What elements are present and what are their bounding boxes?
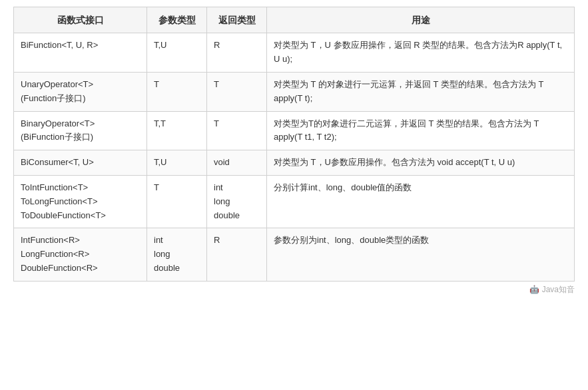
cell-param: T bbox=[147, 72, 207, 111]
table-container: 函数式接口 参数类型 返回类型 用途 BiFunction<T, U, R>T,… bbox=[0, 0, 588, 390]
header-return: 返回类型 bbox=[207, 7, 267, 33]
header-usage: 用途 bbox=[267, 7, 575, 33]
cell-param: T,T bbox=[147, 111, 207, 150]
cell-return: T bbox=[207, 72, 267, 111]
cell-interface: UnaryOperator<T>(Function子接口) bbox=[14, 72, 147, 111]
table-row: UnaryOperator<T>(Function子接口)TT对类型为 T 的对… bbox=[14, 72, 575, 111]
cell-return: R bbox=[207, 228, 267, 281]
cell-interface: BinaryOperator<T>(BiFunction子接口) bbox=[14, 111, 147, 150]
cell-usage: 对类型为 T，U参数应用操作。包含方法为 void accept(T t, U … bbox=[267, 150, 575, 176]
cell-interface: IntFunction<R>LongFunction<R>DoubleFunct… bbox=[14, 228, 147, 281]
table-row: IntFunction<R>LongFunction<R>DoubleFunct… bbox=[14, 228, 575, 281]
cell-param: T,U bbox=[147, 33, 207, 73]
watermark: 🤖 Java知音 bbox=[13, 284, 575, 295]
cell-return: T bbox=[207, 111, 267, 150]
cell-return: void bbox=[207, 150, 267, 176]
table-row: ToIntFunction<T>ToLongFunction<T>ToDoubl… bbox=[14, 175, 575, 228]
table-row: BinaryOperator<T>(BiFunction子接口)T,TT对类型为… bbox=[14, 111, 575, 150]
cell-usage: 参数分别为int、long、double类型的函数 bbox=[267, 228, 575, 281]
table-header-row: 函数式接口 参数类型 返回类型 用途 bbox=[14, 7, 575, 33]
cell-return: intlongdouble bbox=[207, 175, 267, 228]
cell-usage: 对类型为 T，U 参数应用操作，返回 R 类型的结果。包含方法为R apply(… bbox=[267, 33, 575, 73]
cell-param: T bbox=[147, 175, 207, 228]
header-param: 参数类型 bbox=[147, 7, 207, 33]
cell-interface: ToIntFunction<T>ToLongFunction<T>ToDoubl… bbox=[14, 175, 147, 228]
cell-usage: 对类型为 T 的对象进行一元运算，并返回 T 类型的结果。包含方法为 T app… bbox=[267, 72, 575, 111]
cell-interface: BiConsumer<T, U> bbox=[14, 150, 147, 176]
functional-interface-table: 函数式接口 参数类型 返回类型 用途 BiFunction<T, U, R>T,… bbox=[13, 7, 575, 282]
table-row: BiFunction<T, U, R>T,UR对类型为 T，U 参数应用操作，返… bbox=[14, 33, 575, 73]
cell-param: T,U bbox=[147, 150, 207, 176]
cell-usage: 对类型为T的对象进行二元运算，并返回 T 类型的结果。包含方法为 T apply… bbox=[267, 111, 575, 150]
table-row: BiConsumer<T, U>T,Uvoid对类型为 T，U参数应用操作。包含… bbox=[14, 150, 575, 176]
cell-return: R bbox=[207, 33, 267, 73]
header-interface: 函数式接口 bbox=[14, 7, 147, 33]
cell-usage: 分别计算int、long、double值的函数 bbox=[267, 175, 575, 228]
cell-interface: BiFunction<T, U, R> bbox=[14, 33, 147, 73]
cell-param: intlongdouble bbox=[147, 228, 207, 281]
